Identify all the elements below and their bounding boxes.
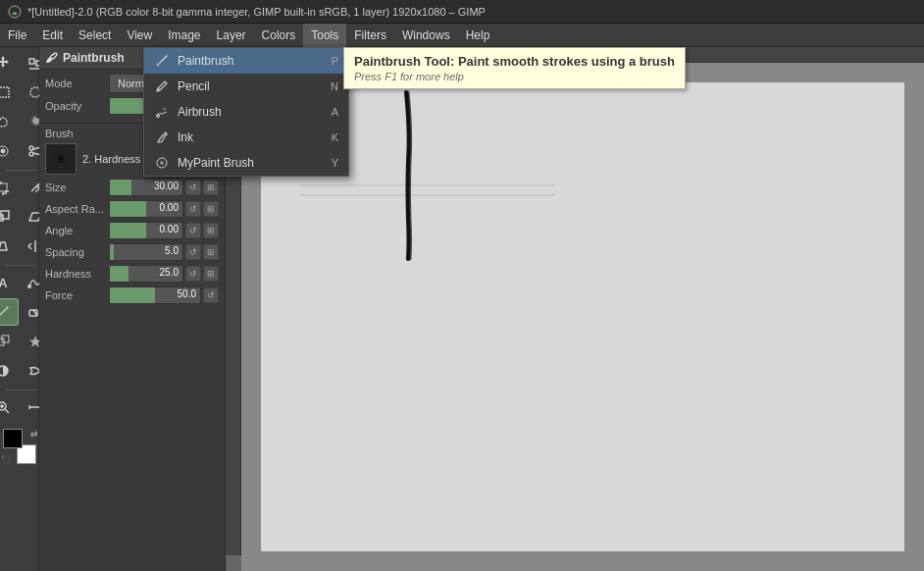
- aspect-chain-btn[interactable]: ⊞: [203, 201, 219, 217]
- spacing-row: Spacing 5.0 ↺ ⊞: [45, 243, 219, 261]
- menu-tools[interactable]: Tools: [303, 24, 346, 47]
- aspect-row: Aspect Ra... 0.00 ↺ ⊞: [45, 200, 219, 218]
- dropdown-item-airbrush[interactable]: Airbrush A: [144, 99, 348, 125]
- dropdown-item-pencil[interactable]: Pencil N: [144, 74, 348, 99]
- svg-line-24: [5, 409, 9, 413]
- menu-edit[interactable]: Edit: [34, 24, 71, 47]
- hardness-label: Hardness: [45, 268, 109, 280]
- paintbrush-tooltip: Paintbrush Tool: Paint smooth strokes us…: [343, 47, 686, 89]
- pencil-menu-icon: [154, 78, 170, 94]
- tooltip-title: Paintbrush Tool: Paint smooth strokes us…: [354, 54, 675, 69]
- hardness-reset-btn[interactable]: ↺: [185, 266, 201, 282]
- dropdown-mypaint-key: Y: [332, 157, 338, 169]
- size-label: Size: [45, 182, 109, 193]
- dropdown-item-mypaint[interactable]: MyPaint Brush Y: [144, 150, 348, 176]
- dropdown-paintbrush-key: P: [332, 55, 338, 67]
- tool-zoom[interactable]: [0, 393, 19, 421]
- svg-line-45: [158, 88, 160, 90]
- tool-options-icon: 🖌: [45, 51, 57, 65]
- svg-rect-4: [0, 87, 9, 97]
- airbrush-menu-icon: [154, 104, 170, 120]
- angle-label: Angle: [45, 225, 109, 236]
- menu-image[interactable]: Image: [160, 24, 208, 47]
- angle-value: 0.00: [160, 224, 179, 234]
- size-row: Size 30.00 ↺ ⊞: [45, 179, 219, 196]
- menu-colors[interactable]: Colors: [254, 24, 304, 47]
- tool-perspective[interactable]: [0, 233, 19, 260]
- mypaint-menu-icon: [154, 155, 170, 171]
- size-slider[interactable]: 30.00: [109, 179, 183, 196]
- dropdown-item-ink[interactable]: Ink K: [144, 125, 348, 150]
- brush-preview[interactable]: [45, 143, 77, 175]
- tool-text[interactable]: A: [0, 269, 19, 296]
- mode-label: Mode: [45, 78, 109, 89]
- dropdown-ink-label: Ink: [178, 130, 193, 144]
- tool-rect-select[interactable]: [0, 78, 19, 106]
- angle-chain-btn[interactable]: ⊞: [203, 223, 219, 238]
- svg-rect-1: [29, 59, 34, 64]
- svg-point-15: [27, 285, 31, 288]
- menu-filters[interactable]: Filters: [346, 24, 394, 47]
- tool-free-select[interactable]: [0, 108, 19, 135]
- hardness-value: 25.0: [160, 267, 179, 278]
- fg-color-swatch[interactable]: [3, 429, 23, 448]
- angle-row: Angle 0.00 ↺ ⊞: [45, 222, 219, 239]
- svg-point-9: [29, 152, 33, 156]
- tool-paintbrush[interactable]: [0, 298, 19, 326]
- menu-select[interactable]: Select: [71, 24, 119, 47]
- size-chain-btn[interactable]: ⊞: [203, 180, 219, 195]
- menu-view[interactable]: View: [119, 24, 160, 47]
- tool-clone[interactable]: [0, 328, 19, 355]
- swap-colors-icon[interactable]: ⇄: [30, 429, 38, 439]
- tool-options-title: Paintbrush: [63, 51, 125, 65]
- tool-scale[interactable]: [0, 203, 19, 231]
- aspect-value: 0.00: [160, 202, 179, 213]
- svg-point-48: [160, 161, 164, 165]
- dropdown-item-paintbrush[interactable]: Paintbrush P: [144, 48, 348, 74]
- menu-help[interactable]: Help: [458, 24, 498, 47]
- spacing-slider[interactable]: 5.0: [109, 243, 183, 261]
- force-value: 50.0: [178, 288, 196, 299]
- paintbrush-menu-icon: [154, 53, 170, 69]
- spacing-chain-btn[interactable]: ⊞: [203, 244, 219, 260]
- spacing-reset-btn[interactable]: ↺: [185, 244, 201, 260]
- white-canvas: [261, 82, 904, 551]
- dropdown-pencil-key: N: [331, 80, 338, 92]
- menu-file[interactable]: File: [0, 24, 34, 47]
- ink-menu-icon: [154, 130, 170, 145]
- aspect-label: Aspect Ra...: [45, 203, 109, 215]
- tool-crop[interactable]: [0, 174, 19, 201]
- svg-rect-12: [0, 183, 7, 191]
- angle-reset-btn[interactable]: ↺: [185, 223, 201, 238]
- spacing-value: 5.0: [165, 245, 179, 256]
- force-reset-btn[interactable]: ↺: [203, 287, 219, 303]
- tooltip-subtitle: Press F1 for more help: [354, 71, 675, 82]
- aspect-reset-btn[interactable]: ↺: [185, 201, 201, 217]
- size-reset-btn[interactable]: ↺: [185, 180, 201, 195]
- dropdown-airbrush-key: A: [332, 106, 338, 118]
- brush-strokes: [261, 82, 904, 551]
- menu-windows[interactable]: Windows: [394, 24, 458, 47]
- menu-layer[interactable]: Layer: [209, 24, 254, 47]
- svg-point-44: [157, 64, 160, 67]
- size-value: 30.00: [154, 181, 179, 191]
- aspect-slider[interactable]: 0.00: [109, 200, 183, 218]
- tool-select-by-color[interactable]: [0, 137, 19, 165]
- tool-move[interactable]: [0, 49, 19, 77]
- svg-point-46: [157, 115, 160, 118]
- force-row: Force 50.0 ↺: [45, 286, 219, 304]
- force-slider[interactable]: 50.0: [109, 286, 201, 304]
- tool-dodge-burn[interactable]: [0, 357, 19, 385]
- force-label: Force: [45, 289, 109, 301]
- hardness-chain-btn[interactable]: ⊞: [203, 266, 219, 282]
- svg-point-8: [29, 146, 33, 150]
- hardness-row: Hardness 25.0 ↺ ⊞: [45, 265, 219, 283]
- toolbar: A: [0, 47, 39, 571]
- title-bar: *[Untitled]-2.0 (RGB color 8-bit gamma i…: [0, 0, 924, 24]
- dropdown-mypaint-label: MyPaint Brush: [178, 156, 254, 170]
- spacing-label: Spacing: [45, 246, 109, 258]
- tools-dropdown-menu: Paintbrush P Pencil N Airbrush A Ink: [143, 47, 349, 177]
- angle-slider[interactable]: 0.00: [109, 222, 183, 239]
- default-colors-icon[interactable]: ⬛: [1, 455, 11, 464]
- hardness-slider[interactable]: 25.0: [109, 265, 183, 283]
